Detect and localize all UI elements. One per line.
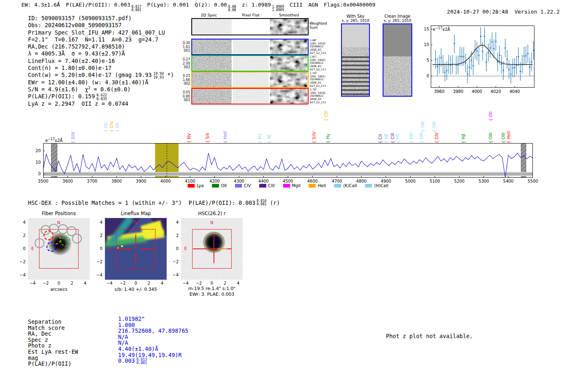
legend-item-CIV: CIV xyxy=(235,183,251,188)
left-label: 0.27 xyxy=(178,58,190,62)
inset-flux-unit-label: e−17x2Å xyxy=(433,26,450,32)
info-line: ID: 5090093157 (5090093157.pdf) xyxy=(28,15,174,22)
hsc-r-title: HSC(26.2) r xyxy=(181,211,243,216)
match-value: N/A xyxy=(118,339,128,346)
cutout-ytick: 4 xyxy=(94,220,102,225)
clean-image-coords: x, y: 265, 1010 xyxy=(378,19,417,23)
main-ytick: 10 xyxy=(32,160,41,165)
main-xtick: 3600 xyxy=(60,179,76,183)
cutout-ytick: 4 xyxy=(17,220,26,225)
legend-label: Lyα xyxy=(197,183,204,188)
line-label-OII: { OII xyxy=(104,123,108,132)
match-value: 0.0030.0130.001 xyxy=(118,357,147,364)
cutout-ytick: 4 xyxy=(170,220,179,225)
main-xtick: 5300 xyxy=(476,179,492,183)
inset-xtick: 3980 xyxy=(451,89,465,94)
left-label: 001 xyxy=(178,49,190,53)
info-line: RA,Dec (216.752792,47.898510) xyxy=(28,43,174,50)
cutout-ytick: 0 xyxy=(17,246,26,251)
spec2d-header-2dspec: 2D Spec xyxy=(201,13,217,17)
info-line: EWr = 12.00(±4.80) (w: 4.30(±1.40))Å xyxy=(28,79,174,86)
crosshair-v-top xyxy=(135,234,136,248)
selected-fiber-circle xyxy=(46,242,56,252)
spec2d-row-left-labels: 0.050.80001 xyxy=(178,90,190,102)
line-label-OII: { OII xyxy=(115,123,119,132)
inset-xtick: 4000 xyxy=(469,89,484,94)
match-label: mag xyxy=(28,355,38,361)
inset-ytick: 0 xyxy=(420,74,429,78)
inset-ytick: 15 xyxy=(420,27,429,31)
weighted-smoothed-image xyxy=(270,19,307,35)
spectrum-legend: LyαOIICIVCIIIMgIIHeII(K)CaII(H)CaII xyxy=(188,183,388,188)
main-xtick: 4900 xyxy=(378,179,394,183)
lineflux-map-title: Lineflux Map xyxy=(105,211,167,216)
line-label-OIII: { OIII xyxy=(501,132,506,143)
header-bar: EW: 4.3±1.6Å P(LAE)/P(OII): 0.0030.0170.… xyxy=(21,1,381,12)
header-qz: Q(z): 0.000.000.00 xyxy=(195,1,236,12)
legend-label: CIII xyxy=(268,183,275,188)
spec2d-row xyxy=(191,88,309,104)
info-block: ID: 5090093157 (5090093157.pdf)Obs: 2024… xyxy=(28,15,174,107)
legend-item-(H)CaII: (H)CaII xyxy=(365,183,388,188)
cutout-ytick: 0 xyxy=(170,246,179,251)
value-text: 19.49(19.49,19.49)R xyxy=(118,352,181,358)
info-line: LineFlux = 7.40(±2.40)e-16 xyxy=(28,58,174,65)
value-text: 1.000 xyxy=(118,322,135,328)
line-label-HeII: { HeII xyxy=(506,131,511,143)
spec2d-cell xyxy=(270,72,307,87)
east-label: E xyxy=(184,246,187,251)
cutout-ytick: −4 xyxy=(170,273,179,277)
line-label-CII: { CII xyxy=(378,134,383,143)
main-xtick: 4800 xyxy=(353,179,370,183)
legend-item-(K)CaII: (K)CaII xyxy=(334,183,357,188)
main-xtick: 3500 xyxy=(35,179,51,183)
north-label: N xyxy=(57,220,60,225)
legend-swatch xyxy=(188,184,195,188)
inset-xtick: 3960 xyxy=(432,89,447,94)
main-ytick: 0 xyxy=(32,172,41,176)
line-label-CIV: { CIV xyxy=(434,132,439,143)
line-label-CIV: { CIV xyxy=(109,121,114,132)
match-value: 4.40(±1.40)Å xyxy=(118,346,158,352)
cutout-xtick: 0 xyxy=(207,281,217,285)
header-datetime: 2024-10-27 00:28:48 xyxy=(447,9,508,15)
main-xtick: 5000 xyxy=(402,179,419,183)
legend-swatch xyxy=(235,184,242,188)
cutout-ytick: −4 xyxy=(94,273,102,277)
info-text: S/N = 4.9(±1.6) χ xyxy=(28,86,88,93)
info-text: *) xyxy=(164,72,174,79)
legend-swatch xyxy=(283,184,290,188)
lo: 19.93 xyxy=(153,76,164,79)
main-xtick: 5500 xyxy=(525,179,541,183)
match-value: 1.01982" xyxy=(118,315,145,322)
header-datetime-version: 2024-10-27 00:28:48 Version 1.22.2 xyxy=(434,1,560,23)
value-text: 1.01982" xyxy=(118,315,145,322)
hsc-xlabel1: m:19.5 re:1.4" s:1.0" xyxy=(177,286,247,291)
value-text: N/A xyxy=(118,339,128,346)
legend-item-MgII: MgII xyxy=(283,183,301,188)
match-label: Spec z xyxy=(28,336,48,343)
spec2d-cell xyxy=(192,72,232,87)
cutout-ytick: 2 xyxy=(17,233,26,238)
east-label: E xyxy=(31,246,34,251)
legend-swatch xyxy=(259,184,266,188)
left-label: 002 xyxy=(178,65,190,70)
left-label: 2.00 xyxy=(178,62,190,66)
right-label: 427_LU_111 xyxy=(310,68,326,72)
match-value: 216.752608, 47.898765 xyxy=(118,327,188,334)
cutout-ytick: −4 xyxy=(17,273,26,277)
fiber-xlabel: arcsecs xyxy=(24,287,94,292)
legend-item-CIII: CIII xyxy=(259,183,275,188)
main-xtick: 4300 xyxy=(231,179,247,183)
main-xtick: 3800 xyxy=(109,179,125,183)
cutout-ytick: 2 xyxy=(170,233,179,238)
match-label: Est LyA rest-EW xyxy=(28,348,78,355)
info-text: Obs: 20240612v008_5090093157 xyxy=(28,22,122,29)
spec2d-row-right-labels: 1.68"(265, 1010)20240612v008_02427_LU_11… xyxy=(310,39,326,55)
cutout-ytick: 0 xyxy=(94,246,102,251)
right-label: 427_LU_111 xyxy=(310,85,326,88)
match-label: P(LAE)/P(OII) xyxy=(28,360,72,367)
spec2d-cell xyxy=(192,89,232,104)
info-text: Cont(w) = 5.20(±0.04)e-17 (gmag 19.93 xyxy=(28,72,152,79)
cutout-xtick: −2 xyxy=(41,281,51,285)
